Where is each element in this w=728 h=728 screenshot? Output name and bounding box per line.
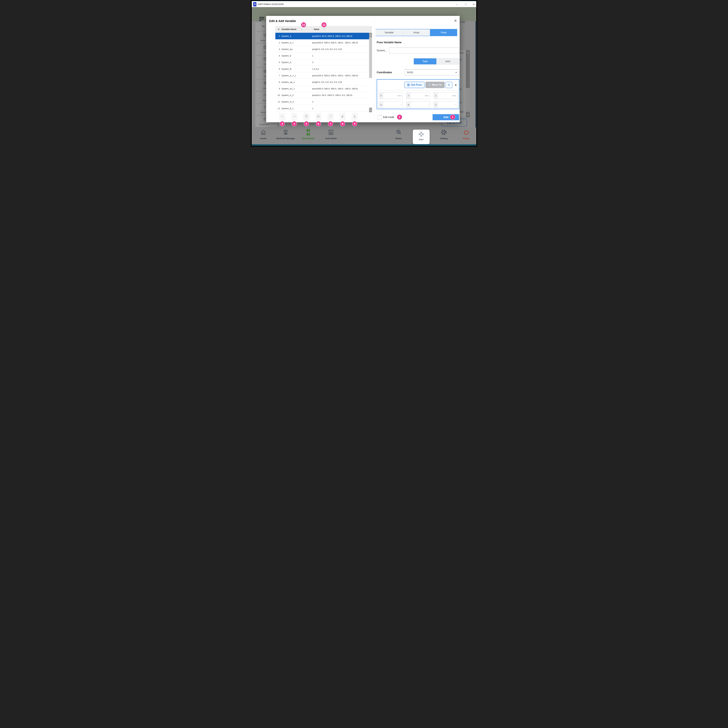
- table-row[interactable]: 4 System_b 1: [275, 52, 369, 59]
- table-row[interactable]: 1 System_a posx(0.0, 34.5, 1652.5, 180.0…: [275, 33, 369, 39]
- pose-field-b[interactable]: B °: [406, 101, 430, 108]
- get-pose-button[interactable]: Get Pose: [404, 82, 425, 88]
- nav-status[interactable]: Status: [384, 129, 413, 140]
- pose-field-a[interactable]: A °: [379, 101, 403, 108]
- table-row[interactable]: 6 System_B 1,2,3,4: [275, 66, 369, 72]
- scroll-up-icon[interactable]: ▲: [369, 33, 372, 37]
- row-variable-name: System_b_1: [281, 107, 312, 110]
- background-scrollbar[interactable]: ▲ ▼: [466, 50, 470, 117]
- sort-value-icon[interactable]: ↓: [324, 28, 325, 31]
- table-row[interactable]: 3 System_aa posj(0.0, 0.0, 0.0, 0.0, 0.0…: [275, 46, 369, 52]
- column-variable-name: Variable Name: [281, 28, 297, 31]
- row-value: posx(0.0, 34.5, 1652.5, 180.0, 0.0, 180.…: [312, 94, 369, 96]
- row-number: 7: [275, 74, 280, 77]
- trash-icon: [353, 115, 356, 118]
- pose-panel-divider: [377, 90, 459, 90]
- table-row[interactable]: 5 System_A 2: [275, 59, 369, 66]
- row-variable-name: System_b: [281, 55, 312, 57]
- column-value: Value: [314, 28, 319, 31]
- dialog-close-icon[interactable]: ×: [452, 17, 459, 24]
- a-input[interactable]: [383, 102, 402, 108]
- callout-badge-10: 10: [301, 22, 306, 28]
- table-row[interactable]: 11 System_A_2 2: [275, 99, 369, 105]
- task-writer-icon: [327, 129, 334, 136]
- power-icon: [463, 129, 470, 136]
- copy-button[interactable]: [316, 113, 321, 120]
- window-edge-line: [476, 21, 476, 144]
- pose-field-y[interactable]: Y mm: [406, 92, 430, 99]
- nav-jog[interactable]: Jog+: [413, 130, 430, 144]
- row-number: 2: [275, 41, 280, 44]
- b-input[interactable]: [411, 102, 430, 108]
- row-variable-name: System_a_1: [281, 41, 312, 44]
- table-row[interactable]: 8 System_aa_1 posj(0.0, 0.0, 0.0, 0.0, 0…: [275, 79, 369, 85]
- callout-badge-4: 4: [292, 121, 297, 126]
- table-row[interactable]: 12 System_b_1 1: [275, 105, 369, 112]
- background-scroll-down-icon[interactable]: ▼: [466, 112, 470, 117]
- delete-button[interactable]: [352, 113, 358, 120]
- reset-icon: [447, 83, 451, 87]
- tab-pose[interactable]: Pose: [430, 29, 457, 36]
- space-joint-option[interactable]: Joint: [436, 58, 459, 64]
- background-scroll-thumb[interactable]: [466, 56, 470, 88]
- app-window: D DART-Platform GV02110200 – × Task_2024…: [252, 1, 476, 146]
- table-row[interactable]: 2 System_a_1 posx(100.0, 500.0, 500.0, 1…: [275, 39, 369, 46]
- c-input[interactable]: [438, 102, 457, 108]
- background-row-line: [459, 55, 466, 56]
- row-number: 10: [275, 94, 280, 96]
- nav-power[interactable]: Power: [452, 129, 476, 140]
- row-variable-name: System_a1_1: [281, 87, 312, 90]
- background-scroll-up-icon[interactable]: ▲: [466, 50, 470, 56]
- row-number: 3: [275, 48, 280, 50]
- move-row-up-button[interactable]: [280, 113, 285, 120]
- row-number: 11: [275, 101, 280, 103]
- table-row[interactable]: 10 System_a_2 posx(0.0, 34.5, 1652.5, 18…: [275, 92, 369, 99]
- row-value: posx(400.0, 500.0, 500.0, 180.0, -180.0,…: [312, 87, 369, 90]
- home-icon: [260, 129, 267, 136]
- row-number: 9: [275, 87, 280, 90]
- edit-add-variable-dialog: Edit & Add Variable × # Variable Name ↓ …: [266, 16, 460, 122]
- pose-field-z[interactable]: Z mm: [434, 92, 457, 99]
- callout-badge-9: 9: [352, 121, 357, 126]
- nav-home[interactable]: Home: [256, 129, 271, 140]
- pose-field-c[interactable]: C °: [434, 101, 457, 108]
- space-toggle: Task Joint: [414, 58, 459, 64]
- row-value: posx(0.0, 34.5, 1652.5, 180.0, 0.0, 180.…: [312, 35, 369, 37]
- edit-mode-checkbox[interactable]: [378, 115, 382, 119]
- tab-array[interactable]: Array: [403, 29, 430, 36]
- sort-name-icon[interactable]: ↓: [301, 28, 303, 31]
- close-window-button[interactable]: ×: [472, 3, 476, 6]
- move-row-down-button[interactable]: [292, 113, 297, 120]
- row-variable-name: System_aa_1: [281, 81, 312, 83]
- cut-selection-button[interactable]: [328, 113, 333, 120]
- nav-task-writer[interactable]: Task Writer: [317, 129, 346, 140]
- callout-badge-2: 2: [397, 115, 402, 120]
- table-row[interactable]: 7 System_a_1_1 posx(100.0, 500.0, 500.0,…: [275, 72, 369, 79]
- scroll-thumb[interactable]: [369, 37, 372, 78]
- hamburger-menu-icon[interactable]: [259, 17, 265, 22]
- select-all-button[interactable]: [304, 113, 309, 120]
- minimize-button[interactable]: –: [455, 3, 459, 6]
- row-variable-name: System_a: [281, 35, 312, 37]
- pose-name-input[interactable]: [389, 47, 459, 54]
- row-variable-name: System_B: [281, 68, 312, 70]
- collapse-panel-icon[interactable]: ▲: [454, 83, 457, 86]
- table-scrollbar[interactable]: ▲ ▼: [369, 33, 372, 112]
- tab-variable[interactable]: Variable: [376, 29, 403, 36]
- space-task-option[interactable]: Task: [414, 58, 436, 64]
- table-row[interactable]: 9 System_a1_1 posx(400.0, 500.0, 500.0, …: [275, 86, 369, 92]
- sidebar-label: Pa: [264, 75, 266, 78]
- reset-pose-button[interactable]: [445, 82, 452, 88]
- move-to-button[interactable]: Move To: [425, 82, 445, 88]
- maximize-button[interactable]: [464, 3, 468, 6]
- coordinates-dropdown[interactable]: BASE ▼: [405, 69, 459, 76]
- column-num: #: [278, 28, 279, 31]
- name-prefix-label: System_: [377, 49, 386, 52]
- scroll-down-icon[interactable]: ▼: [369, 108, 372, 112]
- window-title: DART-Platform GV02110200: [258, 3, 284, 5]
- paste-button[interactable]: [340, 113, 346, 120]
- row-number: 8: [275, 81, 280, 83]
- pose-field-x[interactable]: X mm: [379, 92, 403, 99]
- row-variable-name: System_a_2: [281, 94, 312, 96]
- sidebar-label: Multi-: [260, 39, 266, 42]
